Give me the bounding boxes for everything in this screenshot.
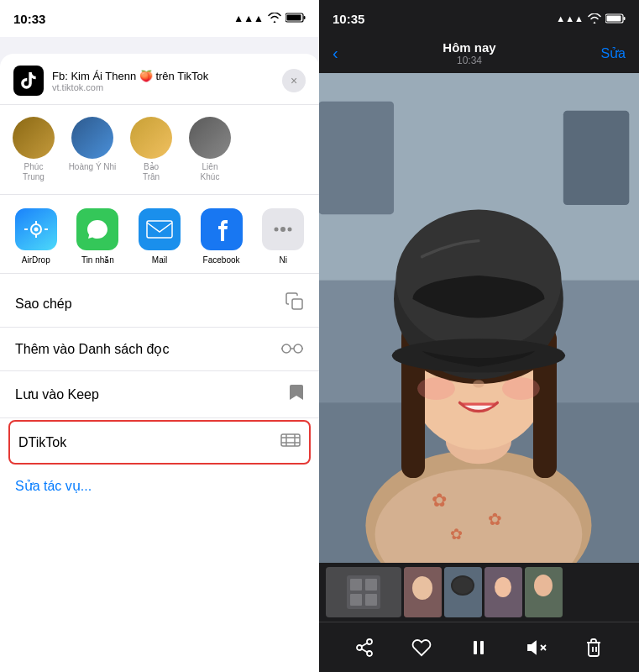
svg-text:✿: ✿ — [488, 510, 502, 528]
svg-point-56 — [495, 577, 511, 597]
svg-text:✿: ✿ — [450, 526, 463, 543]
svg-rect-47 — [365, 579, 377, 591]
mute-button[interactable] — [521, 633, 552, 663]
right-header: ‹ Hôm nay 10:34 Sửa — [319, 37, 639, 73]
app-label-airdrop: AirDrop — [22, 255, 50, 265]
share-header: Fb: Kim Ái Thenn 🍑 trên TikTok vt.tiktok… — [0, 54, 319, 105]
contact-item[interactable]: LiênKhúc — [185, 117, 235, 182]
share-url: vt.tiktok.com — [52, 82, 274, 92]
photo-main: ✿ ✿ ✿ — [319, 73, 639, 563]
svg-rect-2 — [304, 16, 306, 19]
svg-rect-22 — [319, 102, 394, 215]
svg-rect-18 — [607, 15, 621, 21]
thumbnail-item[interactable] — [525, 567, 563, 617]
header-time: 10:34 — [443, 55, 495, 66]
contact-name: BảoTrân — [143, 162, 160, 182]
svg-point-4 — [34, 228, 38, 232]
airdrop-icon — [15, 208, 57, 250]
photo-container: ✿ ✿ ✿ — [319, 73, 639, 563]
app-item-mail[interactable]: Mail — [132, 208, 187, 265]
wifi-icon — [268, 13, 281, 25]
share-title: Fb: Kim Ái Thenn 🍑 trên TikTok — [52, 70, 274, 82]
contact-item[interactable]: Hoàng Ý Nhi — [67, 117, 118, 182]
phone-right: 10:35 ▲▲▲ ‹ Hôm nay 10: — [319, 0, 639, 672]
svg-point-8 — [288, 228, 292, 232]
svg-rect-19 — [624, 17, 626, 20]
contact-avatar — [130, 117, 172, 159]
status-bar-right: 10:35 ▲▲▲ — [319, 0, 639, 37]
bottom-toolbar — [319, 622, 639, 672]
svg-rect-9 — [292, 299, 302, 309]
signal-icon-right: ▲▲▲ — [556, 13, 584, 24]
svg-rect-1 — [287, 14, 301, 20]
trash-button[interactable] — [579, 633, 609, 663]
app-item-facebook[interactable]: Facebook — [194, 208, 249, 265]
svg-point-54 — [453, 577, 473, 594]
edit-button[interactable]: Sửa — [600, 45, 626, 61]
thumbnail-item[interactable] — [444, 567, 482, 617]
battery-icon-right — [605, 12, 626, 26]
phone-left: 10:33 ▲▲▲ — [0, 0, 319, 672]
svg-rect-12 — [281, 434, 300, 446]
svg-rect-48 — [350, 594, 362, 606]
app-label-mail: Mail — [152, 255, 167, 265]
status-icons-left: ▲▲▲ — [233, 13, 306, 25]
contact-avatar — [189, 117, 231, 159]
battery-icon — [285, 13, 306, 25]
contact-item[interactable]: PhúcTrung — [8, 117, 59, 182]
film-icon — [280, 432, 301, 453]
app-label-messages: Tin nhắn — [81, 255, 114, 265]
signal-icon: ▲▲▲ — [233, 13, 264, 24]
time-right: 10:35 — [333, 12, 364, 26]
bookmark-icon — [289, 383, 304, 406]
svg-rect-59 — [474, 641, 477, 654]
svg-point-39 — [473, 380, 484, 387]
svg-point-40 — [417, 377, 455, 400]
messages-icon — [76, 208, 118, 250]
svg-rect-49 — [365, 594, 377, 606]
status-bar-left: 10:33 ▲▲▲ — [0, 0, 319, 37]
app-item-other[interactable]: Ni — [255, 208, 311, 265]
edit-actions[interactable]: Sửa tác vụ... — [0, 466, 319, 506]
svg-point-11 — [294, 344, 302, 353]
action-reading-label: Thêm vào Danh sách đọc — [15, 341, 169, 357]
header-date: Hôm nay — [443, 40, 495, 55]
share-button[interactable] — [349, 633, 380, 663]
copy-icon — [285, 292, 304, 315]
action-reading-list[interactable]: Thêm vào Danh sách đọc — [0, 328, 319, 371]
svg-point-41 — [502, 377, 540, 400]
contact-item[interactable]: BảoTrân — [126, 117, 176, 182]
contact-avatar — [71, 117, 113, 159]
app-item-airdrop[interactable]: AirDrop — [8, 208, 64, 265]
thumbnail-strip — [319, 563, 639, 622]
contact-name: Hoàng Ý Nhi — [69, 162, 117, 172]
time-left: 10:33 — [13, 12, 45, 26]
header-center: Hôm nay 10:34 — [443, 40, 495, 66]
heart-button[interactable] — [406, 633, 437, 663]
action-keep[interactable]: Lưu vào Keep — [0, 371, 319, 418]
svg-point-58 — [534, 575, 553, 596]
back-button[interactable]: ‹ — [333, 44, 338, 63]
contact-name: PhúcTrung — [23, 162, 45, 182]
share-sheet: Fb: Kim Ái Thenn 🍑 trên TikTok vt.tiktok… — [0, 54, 319, 672]
heart-icon — [411, 638, 432, 658]
contact-avatar — [13, 117, 55, 159]
svg-rect-46 — [350, 579, 362, 591]
action-dtiktok[interactable]: DTikTok — [8, 420, 311, 465]
contact-name: LiênKhúc — [201, 162, 220, 182]
svg-point-10 — [282, 344, 291, 353]
close-button[interactable]: × — [282, 69, 306, 92]
pause-button[interactable] — [464, 633, 494, 663]
action-copy[interactable]: Sao chép — [0, 281, 319, 328]
action-list: Sao chép Thêm vào Danh sách đọc — [0, 274, 319, 672]
thumbnail-item[interactable] — [326, 567, 401, 617]
apps-row: AirDrop Tin nhắn Mail — [0, 195, 319, 274]
thumbnail-item[interactable] — [404, 567, 442, 617]
wifi-icon-right — [588, 12, 601, 26]
svg-text:✿: ✿ — [432, 490, 447, 511]
action-dtiktok-label: DTikTok — [18, 435, 66, 450]
photo-svg: ✿ ✿ ✿ — [319, 73, 639, 563]
glasses-icon — [280, 339, 304, 359]
thumbnail-item[interactable] — [484, 567, 522, 617]
app-item-messages[interactable]: Tin nhắn — [71, 208, 126, 265]
